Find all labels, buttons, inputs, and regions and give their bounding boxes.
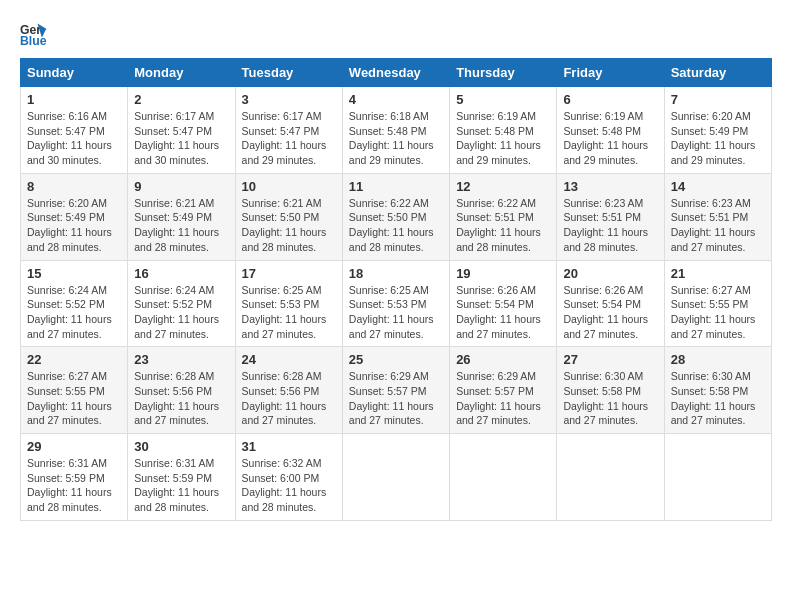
day-info: Sunrise: 6:24 AMSunset: 5:52 PMDaylight:… [27, 283, 121, 342]
day-info: Sunrise: 6:24 AMSunset: 5:52 PMDaylight:… [134, 283, 228, 342]
day-number: 14 [671, 179, 765, 194]
day-cell-20: 20 Sunrise: 6:26 AMSunset: 5:54 PMDaylig… [557, 260, 664, 347]
day-info: Sunrise: 6:28 AMSunset: 5:56 PMDaylight:… [242, 369, 336, 428]
calendar-week-1: 1 Sunrise: 6:16 AMSunset: 5:47 PMDayligh… [21, 87, 772, 174]
day-number: 11 [349, 179, 443, 194]
day-number: 16 [134, 266, 228, 281]
page-header: Gen Blue [20, 20, 772, 48]
day-cell-1: 1 Sunrise: 6:16 AMSunset: 5:47 PMDayligh… [21, 87, 128, 174]
day-number: 29 [27, 439, 121, 454]
day-number: 1 [27, 92, 121, 107]
calendar-table: SundayMondayTuesdayWednesdayThursdayFrid… [20, 58, 772, 521]
day-info: Sunrise: 6:27 AMSunset: 5:55 PMDaylight:… [671, 283, 765, 342]
day-number: 15 [27, 266, 121, 281]
day-number: 12 [456, 179, 550, 194]
calendar-header-row: SundayMondayTuesdayWednesdayThursdayFrid… [21, 59, 772, 87]
day-info: Sunrise: 6:32 AMSunset: 6:00 PMDaylight:… [242, 456, 336, 515]
day-info: Sunrise: 6:31 AMSunset: 5:59 PMDaylight:… [134, 456, 228, 515]
day-cell-19: 19 Sunrise: 6:26 AMSunset: 5:54 PMDaylig… [450, 260, 557, 347]
day-info: Sunrise: 6:19 AMSunset: 5:48 PMDaylight:… [563, 109, 657, 168]
empty-cell [557, 434, 664, 521]
day-number: 27 [563, 352, 657, 367]
day-cell-10: 10 Sunrise: 6:21 AMSunset: 5:50 PMDaylig… [235, 173, 342, 260]
day-cell-29: 29 Sunrise: 6:31 AMSunset: 5:59 PMDaylig… [21, 434, 128, 521]
day-info: Sunrise: 6:16 AMSunset: 5:47 PMDaylight:… [27, 109, 121, 168]
header-tuesday: Tuesday [235, 59, 342, 87]
day-info: Sunrise: 6:29 AMSunset: 5:57 PMDaylight:… [456, 369, 550, 428]
day-number: 3 [242, 92, 336, 107]
day-cell-3: 3 Sunrise: 6:17 AMSunset: 5:47 PMDayligh… [235, 87, 342, 174]
day-cell-2: 2 Sunrise: 6:17 AMSunset: 5:47 PMDayligh… [128, 87, 235, 174]
day-cell-5: 5 Sunrise: 6:19 AMSunset: 5:48 PMDayligh… [450, 87, 557, 174]
day-number: 5 [456, 92, 550, 107]
day-cell-7: 7 Sunrise: 6:20 AMSunset: 5:49 PMDayligh… [664, 87, 771, 174]
day-info: Sunrise: 6:23 AMSunset: 5:51 PMDaylight:… [563, 196, 657, 255]
header-wednesday: Wednesday [342, 59, 449, 87]
calendar-week-4: 22 Sunrise: 6:27 AMSunset: 5:55 PMDaylig… [21, 347, 772, 434]
day-cell-24: 24 Sunrise: 6:28 AMSunset: 5:56 PMDaylig… [235, 347, 342, 434]
logo: Gen Blue [20, 20, 52, 48]
day-info: Sunrise: 6:26 AMSunset: 5:54 PMDaylight:… [563, 283, 657, 342]
header-monday: Monday [128, 59, 235, 87]
day-cell-30: 30 Sunrise: 6:31 AMSunset: 5:59 PMDaylig… [128, 434, 235, 521]
day-cell-28: 28 Sunrise: 6:30 AMSunset: 5:58 PMDaylig… [664, 347, 771, 434]
day-info: Sunrise: 6:23 AMSunset: 5:51 PMDaylight:… [671, 196, 765, 255]
day-cell-16: 16 Sunrise: 6:24 AMSunset: 5:52 PMDaylig… [128, 260, 235, 347]
day-cell-14: 14 Sunrise: 6:23 AMSunset: 5:51 PMDaylig… [664, 173, 771, 260]
day-info: Sunrise: 6:30 AMSunset: 5:58 PMDaylight:… [563, 369, 657, 428]
day-cell-31: 31 Sunrise: 6:32 AMSunset: 6:00 PMDaylig… [235, 434, 342, 521]
day-number: 4 [349, 92, 443, 107]
day-info: Sunrise: 6:21 AMSunset: 5:49 PMDaylight:… [134, 196, 228, 255]
header-sunday: Sunday [21, 59, 128, 87]
day-cell-18: 18 Sunrise: 6:25 AMSunset: 5:53 PMDaylig… [342, 260, 449, 347]
day-number: 10 [242, 179, 336, 194]
day-number: 31 [242, 439, 336, 454]
day-number: 2 [134, 92, 228, 107]
day-cell-23: 23 Sunrise: 6:28 AMSunset: 5:56 PMDaylig… [128, 347, 235, 434]
day-cell-11: 11 Sunrise: 6:22 AMSunset: 5:50 PMDaylig… [342, 173, 449, 260]
day-cell-15: 15 Sunrise: 6:24 AMSunset: 5:52 PMDaylig… [21, 260, 128, 347]
day-number: 21 [671, 266, 765, 281]
day-info: Sunrise: 6:25 AMSunset: 5:53 PMDaylight:… [349, 283, 443, 342]
day-info: Sunrise: 6:20 AMSunset: 5:49 PMDaylight:… [27, 196, 121, 255]
day-number: 7 [671, 92, 765, 107]
calendar-week-2: 8 Sunrise: 6:20 AMSunset: 5:49 PMDayligh… [21, 173, 772, 260]
day-number: 20 [563, 266, 657, 281]
day-number: 9 [134, 179, 228, 194]
day-info: Sunrise: 6:21 AMSunset: 5:50 PMDaylight:… [242, 196, 336, 255]
day-info: Sunrise: 6:22 AMSunset: 5:51 PMDaylight:… [456, 196, 550, 255]
day-number: 28 [671, 352, 765, 367]
day-cell-27: 27 Sunrise: 6:30 AMSunset: 5:58 PMDaylig… [557, 347, 664, 434]
empty-cell [664, 434, 771, 521]
logo-icon: Gen Blue [20, 20, 48, 48]
day-cell-8: 8 Sunrise: 6:20 AMSunset: 5:49 PMDayligh… [21, 173, 128, 260]
empty-cell [342, 434, 449, 521]
day-info: Sunrise: 6:28 AMSunset: 5:56 PMDaylight:… [134, 369, 228, 428]
day-info: Sunrise: 6:17 AMSunset: 5:47 PMDaylight:… [134, 109, 228, 168]
day-info: Sunrise: 6:31 AMSunset: 5:59 PMDaylight:… [27, 456, 121, 515]
day-number: 18 [349, 266, 443, 281]
day-info: Sunrise: 6:22 AMSunset: 5:50 PMDaylight:… [349, 196, 443, 255]
header-thursday: Thursday [450, 59, 557, 87]
header-friday: Friday [557, 59, 664, 87]
day-info: Sunrise: 6:20 AMSunset: 5:49 PMDaylight:… [671, 109, 765, 168]
day-cell-4: 4 Sunrise: 6:18 AMSunset: 5:48 PMDayligh… [342, 87, 449, 174]
calendar-week-3: 15 Sunrise: 6:24 AMSunset: 5:52 PMDaylig… [21, 260, 772, 347]
day-info: Sunrise: 6:30 AMSunset: 5:58 PMDaylight:… [671, 369, 765, 428]
day-number: 25 [349, 352, 443, 367]
day-cell-12: 12 Sunrise: 6:22 AMSunset: 5:51 PMDaylig… [450, 173, 557, 260]
day-number: 23 [134, 352, 228, 367]
day-number: 8 [27, 179, 121, 194]
day-cell-21: 21 Sunrise: 6:27 AMSunset: 5:55 PMDaylig… [664, 260, 771, 347]
day-number: 22 [27, 352, 121, 367]
header-saturday: Saturday [664, 59, 771, 87]
calendar-week-5: 29 Sunrise: 6:31 AMSunset: 5:59 PMDaylig… [21, 434, 772, 521]
day-cell-13: 13 Sunrise: 6:23 AMSunset: 5:51 PMDaylig… [557, 173, 664, 260]
day-number: 30 [134, 439, 228, 454]
svg-text:Blue: Blue [20, 34, 47, 48]
day-info: Sunrise: 6:29 AMSunset: 5:57 PMDaylight:… [349, 369, 443, 428]
day-info: Sunrise: 6:19 AMSunset: 5:48 PMDaylight:… [456, 109, 550, 168]
day-number: 13 [563, 179, 657, 194]
day-cell-9: 9 Sunrise: 6:21 AMSunset: 5:49 PMDayligh… [128, 173, 235, 260]
day-info: Sunrise: 6:25 AMSunset: 5:53 PMDaylight:… [242, 283, 336, 342]
